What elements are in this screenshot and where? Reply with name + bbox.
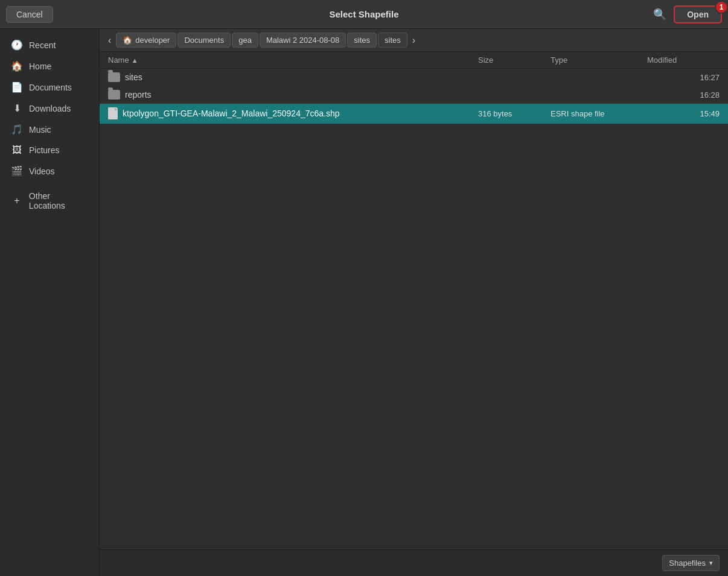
breadcrumb-back-button[interactable]: ‹	[104, 34, 115, 47]
downloads-icon: ⬇	[11, 103, 23, 114]
breadcrumb-item-malawi[interactable]: Malawi 2 2024-08-08	[260, 33, 346, 48]
sidebar-label-recent: Recent	[29, 40, 56, 50]
sidebar-label-downloads: Downloads	[29, 104, 71, 113]
file-name-label: ktpolygon_GTI-GEA-Malawi_2_Malawi_250924…	[123, 109, 340, 118]
bottom-bar: Shapefiles ▾	[100, 549, 728, 576]
folder-icon	[108, 72, 120, 82]
file-icon	[108, 107, 118, 119]
home-icon: 🏠	[11, 60, 23, 72]
column-header-type[interactable]: Type	[551, 55, 647, 65]
file-name-label: sites	[125, 72, 142, 82]
file-name-cell: reports	[108, 90, 478, 100]
file-list-header: Name ▲ Size Type Modified	[100, 52, 728, 69]
music-icon: 🎵	[11, 124, 23, 135]
breadcrumb-forward-button[interactable]: ›	[409, 34, 419, 47]
file-modified-cell: 16:27	[647, 73, 720, 82]
file-list: sites 16:27 reports 16:28	[100, 69, 728, 549]
folder-icon	[108, 90, 120, 100]
other-locations-icon: +	[11, 195, 23, 206]
sidebar-item-home[interactable]: 🏠 Home	[2, 56, 97, 76]
table-row[interactable]: sites 16:27	[100, 69, 728, 86]
sidebar-item-other-locations[interactable]: + Other Locations	[2, 187, 97, 215]
breadcrumb-label-sites1: sites	[354, 36, 370, 45]
open-badge: 1	[715, 1, 728, 14]
column-header-name[interactable]: Name ▲	[108, 55, 478, 65]
breadcrumb-label-gea: gea	[238, 36, 252, 45]
sidebar-item-downloads[interactable]: ⬇ Downloads	[2, 98, 97, 118]
sidebar-item-videos[interactable]: 🎬 Videos	[2, 161, 97, 181]
column-header-modified[interactable]: Modified	[647, 55, 720, 65]
breadcrumb-bar: ‹ 🏠 developer Documents gea Malawi 2 202…	[100, 29, 728, 52]
content-area: ‹ 🏠 developer Documents gea Malawi 2 202…	[100, 29, 728, 576]
breadcrumb-label-documents: Documents	[184, 36, 224, 45]
documents-icon: 📄	[11, 81, 23, 93]
sidebar-item-documents[interactable]: 📄 Documents	[2, 77, 97, 97]
sidebar-item-music[interactable]: 🎵 Music	[2, 119, 97, 139]
recent-icon: 🕐	[11, 39, 23, 51]
breadcrumb-item-sites1[interactable]: sites	[347, 33, 377, 48]
pictures-icon: 🖼	[11, 145, 23, 156]
sidebar-label-videos: Videos	[29, 166, 55, 176]
main-layout: 🕐 Recent 🏠 Home 📄 Documents ⬇ Downloads …	[0, 29, 728, 576]
sidebar-label-pictures: Pictures	[29, 145, 60, 155]
breadcrumb-label-malawi: Malawi 2 2024-08-08	[266, 36, 339, 45]
filter-label: Shapefiles	[669, 559, 706, 568]
sort-arrow: ▲	[132, 57, 138, 64]
filter-dropdown[interactable]: Shapefiles ▾	[662, 555, 720, 571]
sidebar-item-recent[interactable]: 🕐 Recent	[2, 35, 97, 55]
file-modified-cell: 15:49	[647, 109, 720, 118]
breadcrumb-label-developer: developer	[135, 36, 170, 45]
file-modified-cell: 16:28	[647, 90, 720, 100]
breadcrumb-item-developer[interactable]: 🏠 developer	[116, 33, 176, 48]
breadcrumb-item-gea[interactable]: gea	[232, 33, 258, 48]
videos-icon: 🎬	[11, 165, 23, 177]
column-header-size[interactable]: Size	[478, 55, 551, 65]
file-name-cell: sites	[108, 72, 478, 82]
sidebar-label-documents: Documents	[29, 83, 72, 92]
sidebar-item-pictures[interactable]: 🖼 Pictures	[2, 141, 97, 160]
search-icon-button[interactable]: 🔍	[651, 5, 669, 24]
dialog-title: Select Shapefile	[329, 9, 398, 19]
cancel-button[interactable]: Cancel	[6, 6, 53, 23]
breadcrumb-label-sites2: sites	[385, 36, 401, 45]
dropdown-arrow-icon: ▾	[709, 559, 713, 567]
table-row[interactable]: ktpolygon_GTI-GEA-Malawi_2_Malawi_250924…	[100, 104, 728, 124]
sidebar-label-other-locations: Other Locations	[29, 191, 88, 210]
sidebar-label-music: Music	[29, 125, 51, 135]
sidebar-label-home: Home	[29, 62, 51, 71]
file-type-cell: ESRI shape file	[551, 109, 647, 118]
file-size-cell: 316 bytes	[478, 109, 551, 118]
breadcrumb-item-sites2[interactable]: sites	[378, 33, 407, 48]
home-breadcrumb-icon: 🏠	[123, 36, 132, 45]
sidebar: 🕐 Recent 🏠 Home 📄 Documents ⬇ Downloads …	[0, 29, 100, 576]
breadcrumb-item-documents[interactable]: Documents	[177, 33, 231, 48]
table-row[interactable]: reports 16:28	[100, 86, 728, 104]
file-name-cell: ktpolygon_GTI-GEA-Malawi_2_Malawi_250924…	[108, 107, 478, 119]
header-right-actions: 🔍 Open 1	[651, 5, 722, 24]
dialog-header: Cancel Select Shapefile 🔍 Open 1	[0, 0, 728, 29]
file-name-label: reports	[125, 90, 152, 100]
